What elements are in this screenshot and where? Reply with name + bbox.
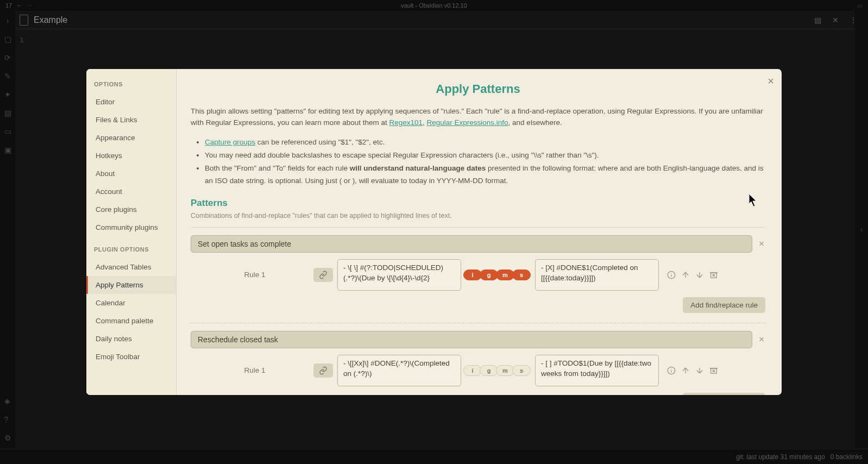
sidebar-item[interactable]: About: [86, 165, 176, 183]
rule-from-input[interactable]: - \[[Xx]\] #DONE(.*?)\(Completed on (.*?…: [337, 355, 461, 386]
rule-label: Rule 1: [200, 271, 309, 279]
plugin-title: Apply Patterns: [191, 82, 765, 96]
sidebar-item[interactable]: Emoji Toolbar: [86, 348, 176, 366]
sidebar-heading-options: OPTIONS: [86, 81, 176, 93]
intro-text: This plugin allows setting "patterns" fo…: [191, 106, 765, 129]
rule-label: Rule 1: [200, 366, 309, 374]
info-icon[interactable]: [666, 270, 676, 280]
info-item: Both the "From" and "To" fields for each…: [205, 162, 765, 187]
flag-g[interactable]: g: [480, 269, 498, 280]
sidebar-item[interactable]: Advanced Tables: [86, 258, 176, 276]
flag-i[interactable]: i: [463, 269, 482, 280]
rule-from-input[interactable]: - \[ \] #(?:TODO|SCHEDULED)(.*?)\(Due by…: [337, 259, 461, 291]
sidebar-item[interactable]: Community plugins: [86, 218, 176, 236]
link-icon[interactable]: [313, 268, 333, 282]
settings-modal: × OPTIONS EditorFiles & LinksAppearanceH…: [86, 69, 782, 395]
sidebar-item[interactable]: Appearance: [86, 129, 176, 147]
rule-to-input[interactable]: - [ ] #TODO$1(Due by [[{{date:two weeks …: [535, 355, 659, 386]
flag-s[interactable]: s: [512, 365, 531, 376]
sidebar-item[interactable]: Core plugins: [86, 200, 176, 218]
info-item: Capture groups can be referenced using "…: [205, 136, 765, 148]
regex-flags: igms: [466, 365, 531, 376]
divider: [191, 323, 765, 323]
rule-row: Rule 1 - \[[Xx]\] #DONE(.*?)\(Completed …: [191, 355, 765, 386]
link-regex101[interactable]: Regex101: [389, 118, 423, 127]
add-rule-button[interactable]: Add find/replace rule: [683, 297, 765, 313]
info-list: Capture groups can be referenced using "…: [205, 136, 765, 187]
pattern-name-input[interactable]: [191, 235, 752, 253]
link-icon[interactable]: [313, 363, 333, 378]
link-regexinfo[interactable]: Regular Expressions.info: [427, 118, 508, 127]
sidebar-item[interactable]: Apply Patterns: [86, 276, 176, 294]
add-rule-button[interactable]: Add find/replace rule: [683, 393, 765, 395]
sidebar-item[interactable]: Daily notes: [86, 330, 176, 348]
pattern-name-input[interactable]: [191, 331, 752, 348]
link-capture-groups[interactable]: Capture groups: [205, 138, 255, 146]
delete-pattern-icon[interactable]: ×: [758, 239, 765, 249]
settings-sidebar: OPTIONS EditorFiles & LinksAppearanceHot…: [86, 69, 177, 395]
flag-s[interactable]: s: [512, 269, 531, 280]
flag-m[interactable]: m: [496, 365, 514, 376]
delete-rule-icon[interactable]: [709, 366, 719, 375]
sidebar-item[interactable]: Calendar: [86, 294, 176, 312]
rule-row: Rule 1 - \[ \] #(?:TODO|SCHEDULED)(.*?)\…: [191, 259, 765, 291]
flag-g[interactable]: g: [480, 365, 498, 376]
delete-rule-icon[interactable]: [709, 270, 719, 280]
sidebar-item[interactable]: Editor: [86, 93, 176, 111]
sidebar-item[interactable]: Account: [86, 183, 176, 200]
info-item: You may need add double backslashes to e…: [205, 149, 765, 161]
flag-m[interactable]: m: [496, 269, 514, 280]
delete-pattern-icon[interactable]: ×: [758, 334, 765, 345]
patterns-subtext: Combinations of find-and-replace "rules"…: [191, 212, 765, 220]
move-down-icon[interactable]: [695, 270, 705, 280]
sidebar-heading-plugin: PLUGIN OPTIONS: [86, 246, 176, 258]
patterns-heading: Patterns: [191, 198, 765, 209]
flag-i[interactable]: i: [463, 365, 482, 376]
move-down-icon[interactable]: [695, 366, 705, 375]
divider: [191, 227, 765, 228]
move-up-icon[interactable]: [681, 270, 690, 280]
rule-to-input[interactable]: - [X] #DONE$1(Completed on [[{{date:toda…: [535, 259, 659, 291]
sidebar-item[interactable]: Hotkeys: [86, 147, 176, 165]
sidebar-item[interactable]: Files & Links: [86, 111, 176, 129]
sidebar-item[interactable]: Command palette: [86, 312, 176, 330]
regex-flags: igms: [466, 269, 531, 280]
settings-content: Apply Patterns This plugin allows settin…: [177, 69, 782, 395]
info-icon[interactable]: [666, 366, 676, 375]
move-up-icon[interactable]: [681, 366, 690, 375]
